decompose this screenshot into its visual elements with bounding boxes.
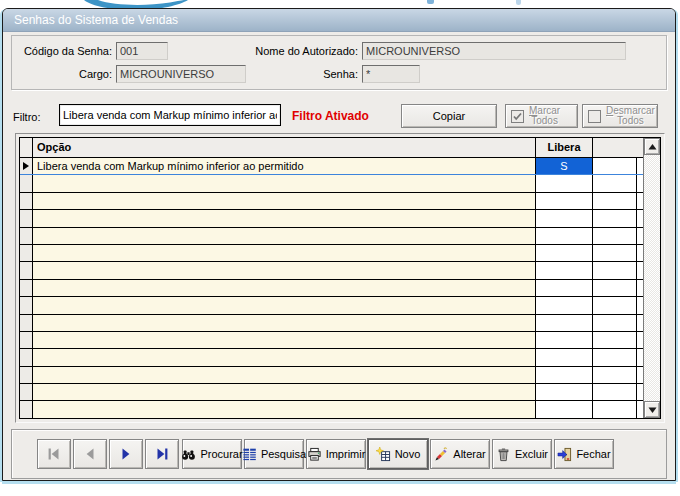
excluir-label: Excluir	[515, 448, 548, 460]
grid-row[interactable]	[20, 228, 643, 245]
grid-row[interactable]	[20, 210, 643, 227]
grid-row[interactable]	[20, 175, 643, 192]
grid-cell-opcao	[33, 210, 536, 226]
senha-label: Senha:	[262, 65, 358, 84]
previous-record-icon	[82, 446, 98, 462]
grid-header-opcao: Opção	[33, 138, 536, 157]
grid-cell-extra	[593, 228, 637, 244]
procurar-button[interactable]: Procurar	[182, 439, 242, 469]
window-title: Senhas do Sistema de Vendas	[14, 13, 178, 27]
senha-field[interactable]	[362, 65, 420, 83]
pesquisa-button[interactable]: Pesquisa	[244, 439, 304, 469]
marcar-todos-button[interactable]: Marcar Todos	[505, 104, 578, 128]
first-record-icon	[46, 446, 62, 462]
nome-autorizado-field[interactable]	[362, 42, 626, 60]
codigo-field[interactable]	[116, 42, 168, 60]
grid-row[interactable]	[20, 245, 643, 262]
grid-cell-extra	[593, 297, 637, 313]
grid-row[interactable]	[20, 349, 643, 366]
grid-cell-extra	[593, 401, 637, 417]
grid-cell-ind	[20, 262, 33, 278]
grid-cell-opcao	[33, 367, 536, 383]
grid-cell-libera	[536, 175, 593, 191]
grid-row[interactable]: Libera venda com Markup mínimo inferior …	[20, 158, 643, 175]
fechar-label: Fechar	[576, 448, 610, 460]
nome-label: Nome do Autorizado:	[212, 42, 358, 61]
alterar-button[interactable]: Alterar	[430, 439, 490, 469]
next-record-icon	[118, 446, 134, 462]
grid-row[interactable]	[20, 193, 643, 210]
grid-cell-libera	[536, 262, 593, 278]
printer-icon	[307, 447, 322, 462]
grid-cell-libera	[536, 280, 593, 296]
grid-cell-extra	[593, 175, 637, 191]
grid-cell-extra	[593, 210, 637, 226]
grid-cell-ind	[20, 280, 33, 296]
grid-cell-libera: S	[536, 158, 593, 174]
unchecked-checkbox-icon	[588, 110, 601, 123]
grid-cell-opcao	[33, 228, 536, 244]
grid-cell-libera	[536, 332, 593, 348]
fechar-button[interactable]: Fechar	[554, 439, 614, 469]
nav-next-button[interactable]	[109, 439, 143, 469]
background-logo-fragment	[427, 0, 434, 4]
grid-cell-extra	[593, 193, 637, 209]
grid-cell-extra	[593, 315, 637, 331]
nav-last-button[interactable]	[145, 439, 179, 469]
grid-row[interactable]	[20, 332, 643, 349]
vertical-scrollbar[interactable]	[643, 138, 660, 418]
grid-header-libera: Libera	[536, 138, 593, 157]
grid-cell-extra	[593, 262, 637, 278]
grid-row[interactable]	[20, 297, 643, 314]
grid-row[interactable]	[20, 367, 643, 384]
grid-row[interactable]	[20, 262, 643, 279]
grid-cell-opcao	[33, 193, 536, 209]
nav-first-button[interactable]	[37, 439, 71, 469]
cargo-field[interactable]	[116, 65, 246, 83]
grid-cell-libera	[536, 349, 593, 365]
alterar-label: Alterar	[453, 448, 485, 460]
grid-cell-extra	[593, 367, 637, 383]
scroll-up-button[interactable]	[644, 138, 660, 155]
grid-header: Opção Libera	[20, 138, 643, 158]
filtro-label: Filtro:	[13, 111, 41, 123]
scroll-down-button[interactable]	[644, 401, 660, 418]
nav-prev-button[interactable]	[73, 439, 107, 469]
options-grid: Opção Libera Libera venda com Markup mín…	[19, 137, 661, 419]
grid-cell-extra	[593, 158, 637, 174]
desmarcar-todos-label: Desmarcar Todos	[606, 106, 655, 126]
copiar-button[interactable]: Copiar	[401, 104, 497, 128]
grid-cell-ind	[20, 228, 33, 244]
arrow-up-icon	[648, 143, 657, 151]
filtro-input[interactable]	[59, 104, 281, 126]
last-record-icon	[154, 446, 170, 462]
grid-cell-libera	[536, 401, 593, 417]
pesquisa-label: Pesquisa	[261, 448, 306, 460]
arrow-down-icon	[648, 406, 657, 414]
grid-cell-opcao	[33, 384, 536, 400]
desmarcar-todos-button[interactable]: Desmarcar Todos	[582, 104, 658, 128]
grid-cell-extra	[593, 349, 637, 365]
grid-cell-ind	[20, 297, 33, 313]
grid-cell-opcao	[33, 175, 536, 191]
grid-cell-ind	[20, 210, 33, 226]
novo-label: Novo	[395, 448, 421, 460]
excluir-button[interactable]: Excluir	[492, 439, 552, 469]
grid-row[interactable]	[20, 384, 643, 401]
grid-cell-ind	[20, 315, 33, 331]
grid-cell-libera	[536, 193, 593, 209]
grid-cell-extra	[593, 245, 637, 261]
grid-cell-libera	[536, 315, 593, 331]
grid-row[interactable]	[20, 401, 643, 418]
grid-cell-libera	[536, 297, 593, 313]
grid-cell-opcao	[33, 332, 536, 348]
imprimir-button[interactable]: Imprimir	[306, 439, 366, 469]
grid-row[interactable]	[20, 280, 643, 297]
grid-cell-opcao	[33, 245, 536, 261]
grid-cell-ind	[20, 175, 33, 191]
grid-cell-ind	[20, 332, 33, 348]
grid-body: Libera venda com Markup mínimo inferior …	[20, 158, 643, 418]
grid-cell-libera	[536, 210, 593, 226]
novo-button[interactable]: Novo	[368, 439, 428, 469]
grid-row[interactable]	[20, 315, 643, 332]
